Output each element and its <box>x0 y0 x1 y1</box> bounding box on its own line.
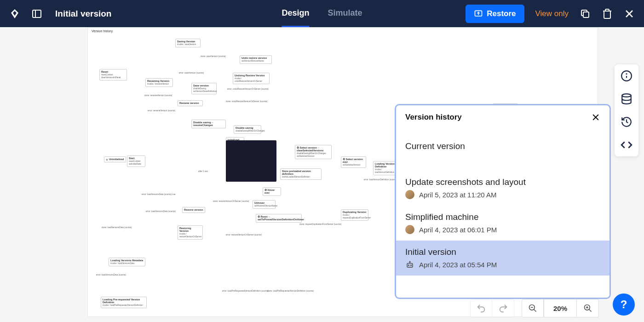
redo-icon <box>498 303 508 313</box>
header-actions: Restore View only <box>466 5 635 23</box>
node-uninitialized[interactable]: ⚙Uninitialized <box>104 156 126 162</box>
version-item-selected[interactable]: Initial version April 4, 2023 at 05:54 P… <box>396 241 610 276</box>
node-reset2[interactable]: ⚙ Reset ← setToPinnedVersionDefinitionOn… <box>256 214 302 223</box>
node-loading-meta[interactable]: Loading Versions Metadatainvoke / loadVe… <box>109 258 145 266</box>
code-icon[interactable] <box>621 139 632 151</box>
user-avatar <box>405 190 414 199</box>
zoom-in-button[interactable] <box>577 299 599 317</box>
node-renaming[interactable]: Renaming Versioninvoke / renameVersion <box>145 78 173 87</box>
node-select-version-2[interactable]: ⚙ Select version eversetSelectedVersion <box>341 156 366 168</box>
label-done-dup: done: requestDuplicationFromServer (sour… <box>299 223 341 225</box>
svg-point-13 <box>408 265 409 266</box>
node-save-version[interactable]: Save versiondisableSavingsetVersionSaveA… <box>191 83 217 94</box>
label-done-undo: done: undoRestoreVersionOnServer (source… <box>226 100 267 103</box>
redo-button[interactable] <box>492 299 514 317</box>
version-date: April 4, 2023 at 05:54 PM <box>419 261 497 269</box>
user-avatar <box>405 225 414 234</box>
zoom-in-icon <box>583 304 592 313</box>
bot-icon <box>405 260 414 269</box>
label-error-restore: error: restoreVersionOnServer (source) <box>226 234 262 236</box>
version-item[interactable]: Simplified machine April 4, 2023 at 06:0… <box>396 206 610 241</box>
version-meta: April 5, 2023 at 11:20 AM <box>405 190 600 199</box>
info-icon[interactable] <box>621 70 632 82</box>
top-header: Initial version Design Simulate Restore … <box>0 0 644 27</box>
node-rename-version[interactable]: Rename version <box>178 100 203 106</box>
panel-header: Version history <box>396 105 610 126</box>
label-done-prereq: done: loadPreRequestedVersionDefinition … <box>267 290 314 292</box>
node-disable-savnig[interactable]: Disable savnigdisableSavingWhenOnChanges <box>234 125 261 134</box>
node-disable-saving[interactable]: Disable saving ← resumeChanges <box>191 120 226 128</box>
preview-thumbnail <box>226 140 276 182</box>
node-restoring[interactable]: Restoring Versioninvoke / restoreVersion… <box>178 225 203 240</box>
svg-rect-3 <box>583 12 589 17</box>
tab-design[interactable]: Design <box>282 0 309 27</box>
node-store-preloaded[interactable]: Store preloaded version definitioncacheL… <box>280 168 322 180</box>
svg-point-14 <box>411 265 412 266</box>
label-done-load: done: loadVersionsData (source) <box>102 226 132 229</box>
trash-icon[interactable] <box>602 8 613 19</box>
diagram-title: Version history <box>92 29 113 33</box>
panel-toggle-icon[interactable] <box>31 8 42 19</box>
svg-point-9 <box>622 94 631 97</box>
help-button[interactable]: ? <box>613 293 635 316</box>
svg-line-21 <box>589 310 591 312</box>
panel-title: Version history <box>405 113 462 122</box>
node-select-version-1[interactable]: ⚙ Select version ← clearSelectedVersions… <box>295 145 332 159</box>
label-error-load1: error: loadVersionsData (source) cue <box>142 193 176 196</box>
label-done-restore: done: restoreVersionOnServer (source) <box>213 200 249 202</box>
panel-close-icon[interactable] <box>591 113 600 122</box>
label-after: after 1 sec <box>198 170 208 172</box>
version-date: April 4, 2023 at 06:01 PM <box>419 226 497 234</box>
label-error-prereq: error: loadPreRequestedVersionDefinition… <box>222 290 269 292</box>
node-restore-version[interactable]: Restore version <box>182 207 205 213</box>
tab-simulate[interactable]: Simulate <box>328 0 362 27</box>
label-done-rename: done: renameVersion (source) <box>144 94 172 97</box>
version-item-current[interactable]: Current version <box>396 135 610 161</box>
bottom-toolbar: 20% <box>470 299 599 317</box>
undo-button[interactable] <box>470 299 492 317</box>
version-history-panel: Version history Current version Update s… <box>395 104 611 299</box>
node-duplicating[interactable]: Duplicating Versioninvoke / requestDupli… <box>341 209 368 221</box>
svg-rect-0 <box>33 10 41 17</box>
label-error-load2: error: loadVersionsData (source) <box>146 210 176 213</box>
label-error-load3: error: loadVersionsData (source) <box>96 274 126 276</box>
label-error-undo: error: undoRestoreVersionOnServer (sourc… <box>227 88 269 90</box>
version-meta: April 4, 2023 at 05:54 PM <box>405 260 600 269</box>
copy-icon[interactable] <box>580 8 591 19</box>
header-tabs: Design Simulate <box>282 0 362 27</box>
history-icon[interactable] <box>621 116 632 128</box>
version-meta: April 4, 2023 at 06:01 PM <box>405 225 600 234</box>
zoom-controls: 20% <box>522 299 599 317</box>
node-undo[interactable]: Undo restore versionsetVersionRestoreNam… <box>240 55 272 64</box>
version-item[interactable]: Update screenshots and layout April 5, 2… <box>396 171 610 206</box>
document-title: Initial version <box>55 9 111 19</box>
label-error-save: error: saveVersion (source) <box>179 72 204 74</box>
restore-button[interactable]: Restore <box>466 5 524 23</box>
close-icon[interactable] <box>624 8 635 19</box>
version-date: April 5, 2023 at 11:20 AM <box>419 191 496 199</box>
label-error-loaddef: error: loadVersionDefinition (source) <box>364 178 397 181</box>
node-undoing[interactable]: Undoing Restore Versioninvoke / undoRest… <box>233 73 270 84</box>
node-reset[interactable]: ResetresetContextclearVersionsInPanel <box>99 69 127 80</box>
label-error-rename: error: renameVersion (source) <box>148 109 175 112</box>
database-icon[interactable] <box>621 93 632 105</box>
view-only-badge: View only <box>535 9 569 18</box>
restore-label: Restore <box>487 9 516 18</box>
version-name: Simplified machine <box>405 212 600 222</box>
node-loading-prereq[interactable]: Loading Pre-requested Version Definition… <box>101 297 147 308</box>
version-name: Update screenshots and layout <box>405 177 600 187</box>
app-logo-icon <box>9 8 20 19</box>
node-hover[interactable]: ⚙ Hover ever <box>263 187 281 196</box>
node-start[interactable]: StartresetContextsetInitialState <box>127 155 145 167</box>
restore-icon <box>474 9 483 18</box>
svg-point-16 <box>409 261 410 262</box>
version-name: Initial version <box>405 247 600 257</box>
svg-point-8 <box>626 74 627 74</box>
right-toolbar <box>615 64 638 156</box>
zoom-out-icon <box>528 304 537 313</box>
version-name: Current version <box>405 141 600 151</box>
zoom-out-button[interactable] <box>522 299 544 317</box>
zoom-level[interactable]: 20% <box>544 299 577 317</box>
node-saving[interactable]: Saving Versioninvoke / saveVersion <box>175 39 201 47</box>
node-unhover[interactable]: UnhoversetHoveredVersionName <box>253 200 276 209</box>
